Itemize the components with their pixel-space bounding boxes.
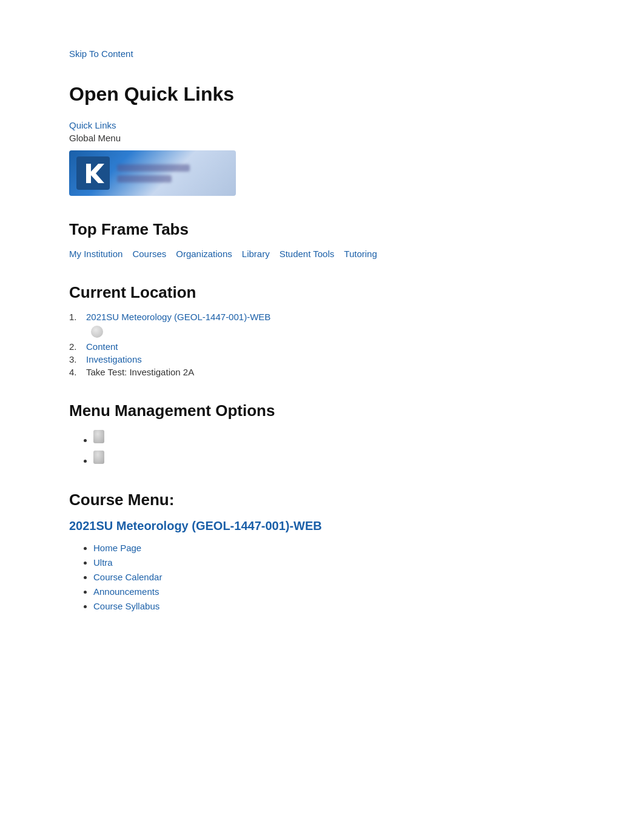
current-location-heading: Current Location: [69, 283, 575, 302]
tab-tutoring[interactable]: Tutoring: [344, 249, 377, 259]
tab-courses[interactable]: Courses: [132, 249, 166, 259]
top-frame-tabs-heading: Top Frame Tabs: [69, 220, 575, 239]
course-menu-heading: Course Menu:: [69, 491, 575, 509]
quick-links-section: Open Quick Links Quick Links Global Menu: [69, 83, 575, 196]
course-menu-item-homepage: Home Page: [93, 543, 575, 554]
course-menu-item-calendar: Course Calendar: [93, 572, 575, 583]
logo-svg: [81, 161, 106, 186]
breadcrumb-num-3: 3.: [69, 354, 86, 364]
tabs-list: My Institution Courses Organizations Lib…: [69, 249, 575, 259]
breadcrumb-item-3: 3. Investigations: [69, 354, 575, 364]
logo-text-block: [117, 164, 190, 183]
breadcrumb-link-investigations[interactable]: Investigations: [86, 354, 142, 364]
breadcrumb-item-icon: [69, 326, 575, 338]
breadcrumb-item-2: 2. Content: [69, 341, 575, 352]
course-menu-link-homepage[interactable]: Home Page: [93, 543, 141, 553]
breadcrumb-num-4: 4.: [69, 367, 86, 377]
menu-mgmt-item-2: [93, 451, 575, 466]
menu-management-heading: Menu Management Options: [69, 401, 575, 420]
breadcrumb-item-1: 1. 2021SU Meteorology (GEOL-1447-001)-WE…: [69, 312, 575, 322]
course-menu-item-announcements: Announcements: [93, 586, 575, 597]
course-menu-item-ultra: Ultra: [93, 557, 575, 568]
breadcrumb-num-2: 2.: [69, 341, 86, 352]
breadcrumb-icon-circle: [91, 326, 103, 338]
course-menu-list: Home Page Ultra Course Calendar Announce…: [69, 543, 575, 612]
menu-mgmt-icon-1: [93, 430, 104, 443]
breadcrumb-link-content[interactable]: Content: [86, 341, 118, 352]
logo-icon: [76, 156, 110, 190]
breadcrumb-num-1: 1.: [69, 312, 86, 322]
course-menu-item-syllabus: Course Syllabus: [93, 601, 575, 612]
breadcrumb-list: 1. 2021SU Meteorology (GEOL-1447-001)-WE…: [69, 312, 575, 377]
course-menu-link-ultra[interactable]: Ultra: [93, 557, 113, 568]
breadcrumb-link-course[interactable]: 2021SU Meteorology (GEOL-1447-001)-WEB: [86, 312, 270, 322]
top-frame-tabs-section: Top Frame Tabs My Institution Courses Or…: [69, 220, 575, 259]
logo-text-line-2: [117, 175, 172, 183]
breadcrumb-item-4: 4. Take Test: Investigation 2A: [69, 367, 575, 377]
svg-marker-0: [86, 164, 104, 183]
breadcrumb-text-take-test: Take Test: Investigation 2A: [86, 367, 194, 377]
menu-management-section: Menu Management Options: [69, 401, 575, 466]
course-menu-section: Course Menu: 2021SU Meteorology (GEOL-14…: [69, 491, 575, 612]
tab-my-institution[interactable]: My Institution: [69, 249, 122, 259]
quick-links-link[interactable]: Quick Links: [69, 120, 575, 130]
course-menu-title[interactable]: 2021SU Meteorology (GEOL-1447-001)-WEB: [69, 519, 575, 533]
logo-text-line-1: [117, 164, 190, 172]
menu-mgmt-item-1: [93, 430, 575, 446]
global-menu-label: Global Menu: [69, 133, 575, 143]
course-menu-link-announcements[interactable]: Announcements: [93, 586, 159, 597]
course-menu-link-calendar[interactable]: Course Calendar: [93, 572, 162, 582]
tab-student-tools[interactable]: Student Tools: [280, 249, 335, 259]
global-menu-logo: [69, 150, 236, 196]
tab-organizations[interactable]: Organizations: [176, 249, 232, 259]
menu-management-list: [69, 430, 575, 466]
quick-links-heading: Open Quick Links: [69, 83, 575, 106]
skip-to-content-link[interactable]: Skip To Content: [69, 49, 575, 59]
menu-mgmt-icon-2: [93, 451, 104, 464]
tab-library[interactable]: Library: [242, 249, 270, 259]
course-menu-link-syllabus[interactable]: Course Syllabus: [93, 601, 159, 611]
current-location-section: Current Location 1. 2021SU Meteorology (…: [69, 283, 575, 377]
